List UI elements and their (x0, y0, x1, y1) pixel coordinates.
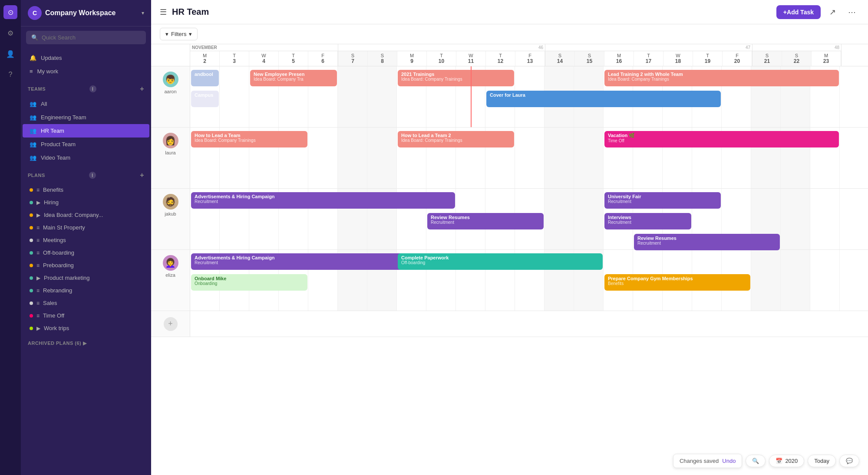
plan-label-main-st: Main St Property (43, 224, 142, 231)
plan-label-hiring: Hiring (44, 199, 142, 206)
teams-add-button[interactable]: + (140, 85, 144, 93)
plan-icon-meetings: ≡ (36, 237, 40, 243)
sidebar-item-video[interactable]: 👥 Video Team (23, 151, 149, 164)
team-product-label: Product Team (41, 141, 76, 147)
person-name-jakub: jakub (165, 211, 176, 216)
sidebar-item-engineering[interactable]: 👥 Engineering Team (23, 111, 149, 124)
undo-link[interactable]: Undo (722, 458, 736, 464)
plan-label-preboarding: Preboarding (43, 262, 142, 269)
plan-item-sales[interactable]: ≡ Sales (23, 297, 149, 309)
menu-icon[interactable]: ☰ (160, 7, 167, 17)
chat-icon[interactable]: 💬 (839, 455, 859, 467)
plan-item-meetings[interactable]: ≡ Meetings (23, 234, 149, 246)
avatar-eliza: 👩‍🦱 (163, 255, 178, 271)
teams-info-icon[interactable]: i (89, 85, 96, 92)
day-header-T3: T3 (220, 51, 249, 66)
team-all-label: All (41, 101, 47, 107)
event-bar-vacation-🌿[interactable]: Vacation 🌿Time Off (604, 131, 839, 147)
plan-item-benefits[interactable]: ≡ Benefits (23, 183, 149, 196)
event-bar-cover-for-laura[interactable]: Cover for Laura (486, 91, 721, 107)
day-header-W11: W11 (456, 51, 486, 66)
person-name-eliza: eliza (165, 272, 175, 278)
share-icon[interactable]: ↗ (826, 6, 839, 19)
plan-dot-offboarding (30, 251, 33, 255)
add-person-row[interactable]: + (151, 311, 868, 337)
plan-item-work-trips[interactable]: ▶ Work trips (23, 322, 149, 334)
plans-info-icon[interactable]: i (89, 172, 96, 179)
events-area-aaron[interactable]: KELLY'S LAST DAYNew Employee PresenIdea … (190, 66, 868, 127)
sidebar-item-hr[interactable]: 👥 HR Team (23, 124, 149, 138)
event-bar-review-resumes[interactable]: Review ResumesRecruitment (427, 213, 544, 229)
event-bar-how-to-lead-a-team[interactable]: How to Lead a TeamIdea Board: Company Tr… (191, 131, 307, 147)
week-group-47: 47S14S15M16T17W18T19F20 (545, 44, 752, 66)
events-area-laura[interactable]: How to Lead a TeamIdea Board: Company Tr… (190, 128, 868, 188)
plan-item-offboarding[interactable]: ≡ Off-boarding (23, 246, 149, 259)
year-button[interactable]: 📅 2020 (769, 455, 804, 467)
event-bar-prepare-company-gym-[interactable]: Prepare Company Gym MembershipsBenefits (604, 274, 750, 291)
updates-label: Updates (41, 55, 62, 61)
calendar-container[interactable]: NOVEMBERM2T3W4T5F646S7S8M9T10W11T12F1347… (151, 44, 868, 475)
event-bar-2021-trainings[interactable]: 2021 TrainingsIdea Board: Company Traini… (398, 70, 514, 86)
filter-dropdown-icon: ▾ (189, 31, 192, 37)
users-icon[interactable]: 👤 (3, 47, 17, 61)
event-bar-advertisements-&-hir[interactable]: Advertisements & Hiring CampaignRecruitm… (191, 192, 455, 209)
plan-label-work-trips: Work trips (44, 325, 142, 331)
search-input[interactable] (42, 34, 141, 41)
more-options-icon[interactable]: ⋯ (845, 6, 859, 19)
plan-item-time-off[interactable]: ≡ Time Off (23, 309, 149, 322)
workspace-dropdown-icon[interactable]: ▾ (142, 10, 144, 16)
plan-item-preboarding[interactable]: ≡ Preboarding (23, 259, 149, 272)
event-bar-campus[interactable]: Campus (191, 91, 219, 107)
plan-icon-main-st: ≡ (36, 225, 40, 231)
year-label: 2020 (785, 458, 798, 464)
search-bar[interactable]: 🔍 (26, 31, 146, 44)
day-header-T17: T17 (634, 51, 663, 66)
event-bar-complete-paperwork[interactable]: Complete PaperworkOff-boarding (398, 253, 603, 270)
calendar-row-eliza: 👩‍🦱elizaAdvertisements & Hiring Campaign… (151, 250, 868, 311)
plan-item-main-st[interactable]: ≡ Main St Property (23, 221, 149, 234)
plan-dot-hiring (30, 201, 33, 204)
plan-icon-offboarding: ≡ (36, 250, 40, 256)
plans-add-button[interactable]: + (140, 171, 144, 179)
plan-dot-main-st (30, 226, 33, 229)
add-task-button[interactable]: +Add Task (776, 5, 821, 19)
plan-dot-sales (30, 301, 33, 305)
events-area-eliza[interactable]: Advertisements & Hiring CampaignRecruitm… (190, 250, 868, 311)
sidebar-item-product[interactable]: 👥 Product Team (23, 138, 149, 151)
plan-label-rebranding: Rebranding (43, 287, 142, 294)
filters-button[interactable]: ▾ Filters ▾ (160, 28, 198, 40)
event-bar-review-resumes[interactable]: Review ResumesRecruitment (634, 234, 780, 250)
today-button[interactable]: Today (808, 455, 836, 467)
event-bar-interviews[interactable]: InterviewsRecruitment (604, 213, 691, 229)
plan-icon-benefits: ≡ (36, 187, 40, 193)
page-title: HR Team (172, 7, 771, 17)
event-bar-onboard-mike[interactable]: Onboard MikeOnboarding (191, 274, 307, 291)
events-area-jakub[interactable]: Advertisements & Hiring CampaignRecruitm… (190, 189, 868, 249)
plan-item-idea-board[interactable]: ▶ Idea Board: Company... (23, 209, 149, 221)
plan-item-product-marketing[interactable]: ▶ Product marketing (23, 272, 149, 284)
day-header-S7: S7 (338, 51, 368, 66)
day-header-F13: F13 (515, 51, 545, 66)
sidebar-item-updates[interactable]: 🔔 Updates (23, 51, 149, 65)
event-bar-how-to-lead-a-team-2[interactable]: How to Lead a Team 2Idea Board: Company … (398, 131, 514, 147)
teams-section-header: TEAMS i + (21, 81, 151, 95)
sidebar-item-all[interactable]: 👥 All (23, 97, 149, 111)
help-icon[interactable]: ? (3, 68, 17, 82)
day-header-W18: W18 (663, 51, 693, 66)
home-icon[interactable]: ⊙ (3, 5, 17, 19)
event-bar-university-fair[interactable]: University FairRecruitment (604, 192, 721, 209)
plan-icon-idea-board: ▶ (36, 212, 40, 218)
archived-plans[interactable]: ARCHIVED PLANS (6) ▶ (21, 337, 151, 350)
gear-icon[interactable]: ⚙ (3, 26, 17, 40)
today-label: Today (814, 458, 829, 464)
plan-label-time-off: Time Off (43, 312, 142, 319)
event-bar-andbool[interactable]: andbool (191, 70, 219, 86)
plan-item-rebranding[interactable]: ≡ Rebranding (23, 284, 149, 297)
event-bar-new-employee-presen[interactable]: New Employee PresenIdea Board: Company T… (250, 70, 337, 86)
event-bar-lead-training-2-with[interactable]: Lead Training 2 with Whole TeamIdea Boar… (604, 70, 839, 86)
day-header-S14: S14 (545, 51, 575, 66)
zoom-button[interactable]: 🔍 (746, 455, 766, 467)
plan-icon-sales: ≡ (36, 300, 40, 306)
plan-item-hiring[interactable]: ▶ Hiring (23, 196, 149, 209)
sidebar-item-mywork[interactable]: ≡ My work (23, 65, 149, 78)
